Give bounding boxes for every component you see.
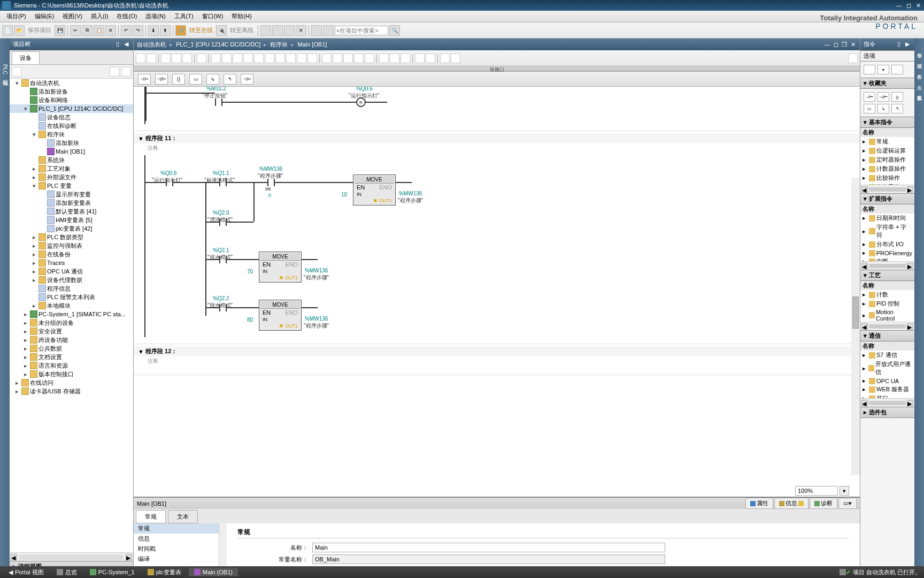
tree-node-24[interactable]: 程序信息: [10, 284, 133, 293]
tree-tb-3[interactable]: [121, 67, 131, 77]
lad-no-contact[interactable]: ⊣⊢: [138, 74, 151, 85]
ext-list-0[interactable]: ▸日期和时间: [860, 214, 914, 223]
rtab-tasks[interactable]: 任务: [916, 69, 923, 73]
tree-scrollbar[interactable]: [19, 554, 124, 560]
inst-pin-icon[interactable]: ▯: [895, 41, 903, 48]
etb-7[interactable]: [211, 54, 221, 63]
go-offline-label[interactable]: 转至离线: [228, 26, 256, 34]
ext-list-2[interactable]: ▸分布式 I/O: [860, 240, 914, 249]
basic-list-1[interactable]: ▸位逻辑运算: [860, 146, 914, 155]
lad-nc-contact[interactable]: ⊣/⊢: [155, 74, 168, 85]
basic-list-0[interactable]: ▸常规: [860, 137, 914, 146]
menu-3[interactable]: 插入(I): [87, 11, 112, 21]
etb-26[interactable]: [426, 54, 435, 63]
prop-li-1[interactable]: 信息: [134, 534, 219, 544]
prop-tab-properties[interactable]: 属性: [745, 498, 773, 509]
etb-18[interactable]: [333, 54, 342, 63]
tree-node-12[interactable]: ▾PLC 变量: [10, 181, 133, 190]
basic-list-4[interactable]: ▸比较操作: [860, 173, 914, 182]
tech-list-0[interactable]: ▸计数: [860, 290, 914, 299]
tree-node-27[interactable]: ▸PC-System_1 [SIMATIC PC sta...: [10, 310, 133, 318]
etb-23[interactable]: [390, 54, 399, 63]
tree-node-5[interactable]: 在线和诊断: [10, 121, 133, 130]
tree-node-23[interactable]: ▸设备代理数据: [10, 276, 133, 284]
opt-btn-1[interactable]: [864, 65, 875, 74]
etb-25[interactable]: [415, 54, 425, 63]
prop-subtab-general[interactable]: 常规: [136, 510, 166, 523]
ed-unpin-icon[interactable]: —: [823, 41, 831, 48]
etb-5[interactable]: [182, 54, 192, 63]
bc-1[interactable]: PLC_1 [CPU 1214C DC/DC/DC]: [176, 41, 260, 48]
tree-node-25[interactable]: PLC 报警文本列表: [10, 293, 133, 301]
minimize-button[interactable]: —: [895, 2, 903, 9]
tree-node-9[interactable]: 系统块: [10, 156, 133, 164]
etb-1[interactable]: [136, 54, 145, 63]
tree-tb-1[interactable]: [12, 67, 21, 77]
etb-9[interactable]: [233, 54, 242, 63]
menu-5[interactable]: 选项(N): [141, 11, 170, 21]
prop-tab-info[interactable]: 信息: [774, 498, 808, 509]
editor-vscroll[interactable]: [851, 178, 860, 475]
copy-button[interactable]: ⧉: [82, 25, 93, 36]
tree-node-16[interactable]: HMI变量表 [5]: [10, 216, 133, 224]
prop-tab-diag[interactable]: 诊断: [810, 498, 837, 509]
comm-list-4[interactable]: ▸其它: [860, 394, 914, 398]
zoom-input[interactable]: [795, 486, 838, 496]
tree-scroll-right[interactable]: ▶: [126, 554, 132, 560]
move-box-3[interactable]: MOVE: [260, 301, 300, 309]
ed-close-icon[interactable]: ✕: [849, 41, 857, 48]
basic-list-3[interactable]: ▸计数器操作: [860, 164, 914, 173]
ed-max-icon[interactable]: ◻: [832, 41, 840, 48]
tree-node-2[interactable]: 设备和网络: [10, 96, 133, 104]
paste-button[interactable]: 📋: [94, 25, 104, 36]
rtab-test[interactable]: 测试: [916, 58, 923, 62]
lad-connect[interactable]: ⊣⊢: [241, 74, 253, 85]
tree-node-1[interactable]: 添加新设备: [10, 87, 133, 96]
tree-node-26[interactable]: ▸本地模块: [10, 301, 133, 310]
fav-br2[interactable]: ↰: [891, 104, 903, 113]
inst-hide-icon[interactable]: ▶: [904, 41, 911, 48]
close-button[interactable]: ✕: [914, 2, 922, 9]
go-online-label[interactable]: 转至在线: [187, 26, 215, 34]
tree-node-34[interactable]: ▸版本控制接口: [10, 370, 133, 378]
rtab-libraries[interactable]: 库: [916, 79, 923, 83]
tb-btn-2[interactable]: [272, 25, 283, 36]
etb-28[interactable]: [451, 54, 460, 63]
etb-24[interactable]: [401, 54, 410, 63]
search-button[interactable]: 🔍: [389, 25, 400, 36]
undo-button[interactable]: ↶: [121, 25, 132, 36]
tb-btn-1[interactable]: [260, 25, 271, 36]
tree-node-8[interactable]: Main [OB1]: [10, 147, 133, 156]
comm-toggle[interactable]: ▾: [864, 332, 867, 339]
tech-list-2[interactable]: ▸Motion Control: [860, 308, 914, 322]
tree-node-11[interactable]: ▸外部源文件: [10, 173, 133, 181]
comm-list-0[interactable]: ▸S7 通信: [860, 351, 914, 360]
prop-const-input[interactable]: [312, 554, 665, 564]
tree-node-22[interactable]: ▸OPC UA 通信: [10, 267, 133, 276]
menu-1[interactable]: 编辑(E): [30, 11, 59, 21]
etb-13[interactable]: [275, 54, 285, 63]
comm-list-3[interactable]: ▸WEB 服务器: [860, 385, 914, 394]
bc-0[interactable]: 自动洗衣机: [137, 41, 166, 49]
tree-node-6[interactable]: ▾程序块: [10, 130, 133, 139]
comm-list-1[interactable]: ▸开放式用户通信: [860, 360, 914, 377]
tree-node-19[interactable]: ▸监控与强制表: [10, 241, 133, 250]
etb-3[interactable]: [161, 54, 171, 63]
etb-8[interactable]: [222, 54, 232, 63]
parts-toggle[interactable]: ▸: [864, 409, 867, 416]
bc-2[interactable]: 程序块: [270, 41, 288, 49]
move-box-1[interactable]: MOVE: [355, 176, 394, 184]
tree-node-21[interactable]: ▸Traces: [10, 258, 133, 267]
rtab-instructions[interactable]: 指令: [916, 47, 923, 51]
tb-btn-6[interactable]: [323, 25, 334, 36]
ext-toggle[interactable]: ▾: [864, 195, 867, 202]
tree-node-35[interactable]: ▸在线访问: [10, 378, 133, 387]
tree-node-31[interactable]: ▸公共数据: [10, 344, 133, 353]
tree-scroll-left[interactable]: ◀: [11, 554, 17, 560]
etb-2[interactable]: [147, 54, 156, 63]
rtab-addins[interactable]: 加载项: [916, 90, 923, 94]
fav-nc[interactable]: ⊣/⊢: [877, 92, 889, 102]
tree-collapse-icon[interactable]: ▯: [114, 41, 121, 48]
side-tab-plc[interactable]: PLC 编程: [1, 64, 9, 76]
ladder-editor[interactable]: %M10.2 "停止按钮" %Q0.6 "运行指示灯" R ▼程序段 11： 注…: [134, 87, 860, 497]
